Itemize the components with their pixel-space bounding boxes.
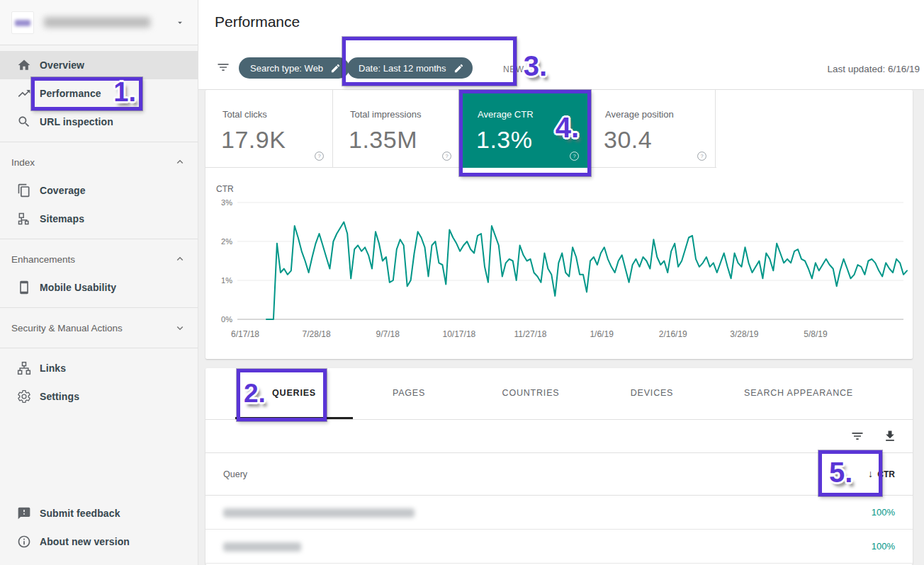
sidebar-item-label: Mobile Usability bbox=[40, 282, 116, 293]
table-row[interactable]: 100% bbox=[205, 496, 913, 530]
svg-text:?: ? bbox=[573, 153, 575, 159]
edit-pencil-icon[interactable] bbox=[330, 63, 341, 74]
table-row[interactable]: 100% bbox=[205, 530, 913, 564]
svg-text:9/7/18: 9/7/18 bbox=[376, 329, 400, 339]
svg-text:?: ? bbox=[700, 153, 703, 159]
tab-pages[interactable]: PAGES bbox=[393, 388, 425, 398]
svg-text:0%: 0% bbox=[221, 315, 232, 324]
sidebar-item-label: Overview bbox=[40, 59, 84, 71]
sidebar-item-label: Sitemaps bbox=[40, 213, 84, 224]
sidebar-item-label: Coverage bbox=[40, 185, 86, 196]
ctr-line-chart: 0%1%2%3%CTR6/17/187/28/189/7/1810/17/181… bbox=[205, 181, 913, 354]
tab-devices[interactable]: DEVICES bbox=[631, 388, 673, 398]
sidebar-item-about-new-version[interactable]: About new version bbox=[0, 527, 198, 556]
help-icon[interactable]: ? bbox=[314, 151, 325, 161]
query-column-header[interactable]: Query bbox=[223, 469, 247, 479]
dropdown-caret-icon[interactable] bbox=[175, 18, 185, 28]
svg-text:7/28/18: 7/28/18 bbox=[303, 329, 331, 339]
performance-chart-card: Total clicks 17.9K ? Total impressions 1… bbox=[205, 90, 913, 359]
table-header-row: Query ↓ CTR bbox=[205, 453, 913, 496]
svg-text:?: ? bbox=[317, 153, 320, 159]
sidebar-item-mobile-usability[interactable]: Mobile Usability bbox=[0, 273, 198, 302]
svg-text:2/16/19: 2/16/19 bbox=[659, 329, 687, 339]
sidebar-item-label: About new version bbox=[40, 536, 130, 547]
page-title: Performance bbox=[215, 13, 300, 30]
svg-text:1/6/19: 1/6/19 bbox=[590, 329, 614, 339]
svg-text:CTR: CTR bbox=[216, 184, 234, 194]
sidebar-item-sitemaps[interactable]: Sitemaps bbox=[0, 205, 198, 233]
svg-text:5/8/19: 5/8/19 bbox=[804, 329, 828, 339]
ctr-column-header[interactable]: CTR bbox=[877, 469, 895, 479]
home-icon bbox=[17, 58, 31, 72]
dimension-tabs: QUERIES PAGES COUNTRIES DEVICES SEARCH A… bbox=[205, 368, 913, 420]
sidebar-item-label: Links bbox=[40, 363, 66, 374]
blurred-query-text bbox=[223, 542, 301, 552]
help-icon[interactable]: ? bbox=[441, 151, 452, 161]
tab-queries[interactable]: QUERIES bbox=[272, 388, 316, 398]
svg-text:11/27/18: 11/27/18 bbox=[514, 329, 547, 339]
help-icon[interactable]: ? bbox=[569, 151, 580, 161]
gear-icon bbox=[17, 389, 31, 404]
sidebar-item-coverage[interactable]: Coverage bbox=[0, 176, 198, 205]
sidebar-item-label: Performance bbox=[40, 88, 101, 99]
download-icon[interactable] bbox=[883, 429, 897, 443]
edit-pencil-icon[interactable] bbox=[453, 63, 464, 74]
last-updated-text: Last updated: 6/16/19 bbox=[827, 64, 920, 74]
sidebar-bottom: Submit feedback About new version bbox=[0, 499, 198, 556]
search-console-app: Overview Performance URL inspection Inde… bbox=[0, 0, 924, 565]
metric-tile-total-impressions[interactable]: Total impressions 1.35M ? bbox=[333, 90, 461, 168]
divider bbox=[0, 239, 198, 239]
svg-text:1%: 1% bbox=[221, 276, 232, 285]
sort-descending-arrow-icon[interactable]: ↓ bbox=[868, 468, 873, 479]
links-icon bbox=[17, 361, 31, 375]
filter-list-icon[interactable] bbox=[216, 60, 230, 74]
sidebar-item-overview[interactable]: Overview bbox=[0, 51, 198, 79]
divider bbox=[0, 142, 198, 142]
sidebar-item-label: Submit feedback bbox=[40, 508, 120, 519]
sidebar-section-enhancements[interactable]: Enhancements bbox=[0, 245, 198, 273]
tab-countries[interactable]: COUNTRIES bbox=[502, 388, 560, 398]
svg-text:?: ? bbox=[445, 153, 448, 159]
sidebar-item-settings[interactable]: Settings bbox=[0, 382, 198, 411]
svg-text:2%: 2% bbox=[221, 237, 232, 246]
tab-search-appearance[interactable]: SEARCH APPEARANCE bbox=[744, 388, 853, 398]
info-icon bbox=[17, 535, 31, 549]
sidebar: Overview Performance URL inspection Inde… bbox=[0, 0, 198, 565]
date-range-chip[interactable]: Date: Last 12 months bbox=[347, 57, 473, 79]
property-selector[interactable] bbox=[0, 0, 198, 45]
table-filter-icon[interactable] bbox=[850, 429, 864, 443]
sidebar-item-label: Settings bbox=[40, 391, 79, 402]
sidebar-item-submit-feedback[interactable]: Submit feedback bbox=[0, 499, 198, 527]
metric-tile-average-position[interactable]: Average position 30.4 ? bbox=[588, 90, 716, 168]
sidebar-section-security[interactable]: Security & Manual Actions bbox=[0, 314, 198, 342]
chevron-up-icon bbox=[174, 156, 186, 169]
main-area: Performance Search type: Web Date: Last … bbox=[198, 0, 924, 565]
property-logo bbox=[11, 11, 34, 34]
metric-tiles: Total clicks 17.9K ? Total impressions 1… bbox=[205, 90, 716, 168]
sidebar-item-url-inspection[interactable]: URL inspection bbox=[0, 108, 198, 136]
trending-up-icon bbox=[17, 86, 31, 101]
metric-tile-total-clicks[interactable]: Total clicks 17.9K ? bbox=[205, 90, 333, 168]
new-badge: NEW bbox=[503, 64, 524, 74]
table-toolbar bbox=[205, 420, 913, 453]
queries-table-card: QUERIES PAGES COUNTRIES DEVICES SEARCH A… bbox=[205, 368, 913, 565]
metric-tile-average-ctr[interactable]: Average CTR 1.3% ? bbox=[461, 90, 588, 168]
sidebar-item-performance[interactable]: Performance bbox=[0, 79, 198, 108]
svg-text:3/28/19: 3/28/19 bbox=[730, 329, 758, 339]
divider bbox=[0, 307, 198, 308]
divider bbox=[0, 348, 198, 348]
search-type-chip[interactable]: Search type: Web bbox=[239, 57, 349, 79]
feedback-icon bbox=[17, 506, 31, 520]
chevron-down-icon bbox=[174, 321, 186, 334]
property-url-blurred bbox=[44, 17, 150, 28]
sidebar-item-links[interactable]: Links bbox=[0, 354, 198, 382]
help-icon[interactable]: ? bbox=[697, 151, 707, 161]
sitemaps-icon bbox=[17, 212, 31, 226]
mobile-icon bbox=[17, 280, 31, 295]
ctr-value: 100% bbox=[872, 541, 895, 552]
sidebar-nav: Overview Performance URL inspection Inde… bbox=[0, 51, 198, 411]
active-tab-underline bbox=[235, 417, 353, 419]
blurred-query-text bbox=[223, 508, 415, 518]
coverage-icon bbox=[17, 183, 31, 198]
sidebar-section-index[interactable]: Index bbox=[0, 148, 198, 176]
